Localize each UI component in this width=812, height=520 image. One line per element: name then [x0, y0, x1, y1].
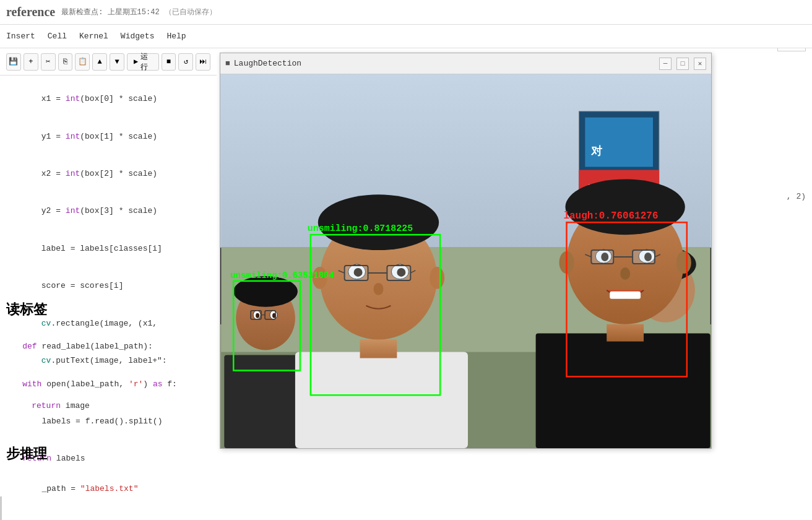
popup-title-area: ■ LaughDetection [225, 59, 301, 68]
infer-line-2: with open("model", ... [3, 508, 148, 520]
svg-rect-38 [607, 324, 644, 342]
svg-text:对: 对 [590, 145, 603, 158]
right-code-comment: , 2) [787, 192, 806, 201]
checkpoint-label: 最新检查点: 上星期五15:42 [61, 7, 159, 17]
svg-point-24 [318, 194, 439, 250]
toolbar: 💾 + ✂ ⎘ 📋 ▲ ▼ ▶ 运行 ■ ↺ ⏭ [0, 48, 217, 76]
cut-button[interactable]: ✂ [41, 53, 56, 71]
code-line-6: score = scores[i] [12, 267, 220, 305]
top-bar: reference 最新检查点: 上星期五15:42 （已自动保存） [0, 0, 812, 25]
restart-button[interactable]: ↺ [178, 53, 193, 71]
svg-point-26 [430, 267, 444, 289]
svg-rect-31 [345, 266, 368, 280]
svg-point-40 [565, 179, 685, 235]
svg-rect-22 [360, 340, 397, 358]
move-down-button[interactable]: ▼ [110, 53, 124, 71]
svg-rect-32 [387, 266, 410, 280]
svg-rect-53 [610, 292, 641, 299]
code-line-1: x1 = int(box[0] * scale) [12, 80, 220, 118]
svg-point-16 [256, 313, 259, 318]
copy-button[interactable]: ⎘ [58, 53, 73, 71]
menu-widgets[interactable]: Widgets [121, 32, 155, 41]
add-cell-button[interactable]: + [24, 53, 38, 71]
move-up-button[interactable]: ▲ [92, 53, 107, 71]
menu-bar: Insert Cell Kernel Widgets Help [0, 25, 812, 48]
popup-titlebar: ■ LaughDetection ─ □ ✕ [220, 53, 711, 74]
code-line-3: x2 = int(box[2] * scale) [12, 155, 220, 193]
fast-forward-button[interactable]: ⏭ [196, 53, 210, 71]
save-button[interactable]: 💾 [6, 53, 21, 71]
popup-close-button[interactable]: ✕ [694, 58, 706, 70]
popup-minimize-button[interactable]: ─ [659, 58, 672, 70]
scene-svg: 对 比赛 [220, 74, 711, 448]
read-line-2: with open(label_path, 'r') as f: [3, 365, 177, 402]
menu-kernel[interactable]: Kernel [79, 32, 108, 41]
popup-window[interactable]: ■ LaughDetection ─ □ ✕ [220, 53, 712, 449]
svg-point-42 [676, 251, 691, 274]
section-infer-header: 步推理 [6, 444, 47, 463]
code-line-5: label = labels[classes[i] [12, 230, 220, 267]
svg-point-36 [373, 283, 383, 295]
svg-rect-4 [585, 118, 653, 167]
popup-controls: ─ □ ✕ [659, 58, 706, 70]
read-line-1: def read_label(label_path): [3, 328, 177, 365]
svg-text:unsmiling:0.8718225: unsmiling:0.8718225 [308, 223, 413, 233]
paste-button[interactable]: 📋 [75, 53, 90, 71]
notebook-title: reference [6, 5, 55, 19]
code-line-2: y1 = int(box[1] * scale) [12, 118, 220, 155]
svg-point-52 [620, 267, 630, 280]
menu-insert[interactable]: Insert [6, 32, 35, 41]
popup-icon: ■ [225, 59, 230, 68]
code-block-infer: _path = "labels.txt" with open("model", … [3, 470, 148, 520]
svg-rect-48 [633, 250, 655, 264]
menu-cell[interactable]: Cell [48, 32, 67, 41]
menu-help[interactable]: Help [166, 32, 186, 41]
run-button[interactable]: ▶ 运行 [127, 53, 159, 71]
section-read-header: 读标签 [6, 300, 47, 319]
autosave-label: （已自动保存） [165, 7, 217, 17]
run-label: 运行 [140, 51, 152, 72]
popup-title-text: LaughDetection [234, 59, 301, 68]
popup-maximize-button[interactable]: □ [676, 58, 689, 70]
code-line-4: y2 = int(box[3] * scale) [12, 193, 220, 230]
svg-rect-37 [536, 334, 710, 448]
svg-text:laugh:0.76061276: laugh:0.76061276 [563, 210, 658, 222]
svg-rect-21 [295, 352, 468, 448]
infer-line-1: _path = "labels.txt" [3, 470, 148, 508]
camera-view: 对 比赛 [220, 74, 711, 448]
run-icon: ▶ [134, 57, 138, 66]
stop-button[interactable]: ■ [162, 53, 176, 71]
svg-rect-47 [591, 250, 613, 264]
read-line-3: labels = f.read().split() [3, 403, 177, 440]
svg-text:unsmiling:0.63531804: unsmiling:0.63531804 [230, 271, 334, 280]
